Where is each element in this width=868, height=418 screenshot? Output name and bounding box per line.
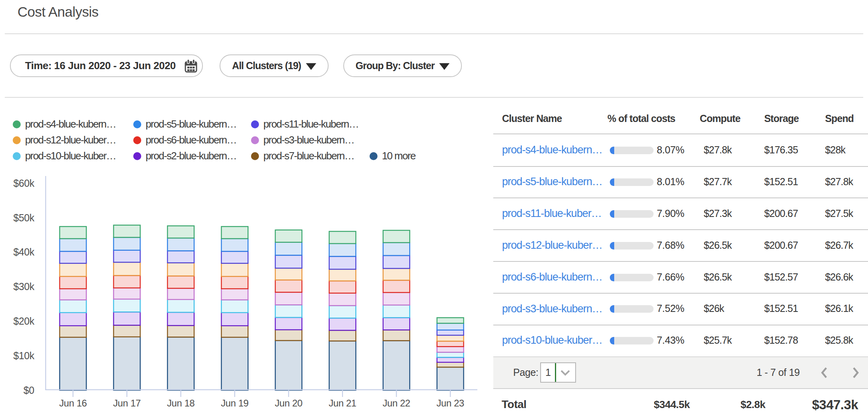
svg-text:$10k: $10k — [13, 350, 35, 361]
svg-text:Jun 20: Jun 20 — [275, 398, 303, 408]
svg-text:Jun 16: Jun 16 — [59, 398, 87, 408]
svg-text:$20k: $20k — [13, 315, 35, 327]
svg-text:Jun 17: Jun 17 — [113, 398, 141, 408]
svg-text:$30k: $30k — [13, 281, 35, 292]
svg-text:$60k: $60k — [13, 178, 35, 189]
svg-text:$50k: $50k — [13, 212, 35, 223]
svg-text:Jun 19: Jun 19 — [221, 398, 249, 408]
svg-text:Jun 23: Jun 23 — [436, 398, 464, 408]
svg-text:Jun 21: Jun 21 — [329, 398, 356, 408]
svg-text:$40k: $40k — [13, 246, 35, 257]
svg-text:Jun 22: Jun 22 — [383, 398, 411, 408]
svg-text:Jun 18: Jun 18 — [167, 398, 195, 408]
svg-text:$0: $0 — [23, 385, 34, 396]
